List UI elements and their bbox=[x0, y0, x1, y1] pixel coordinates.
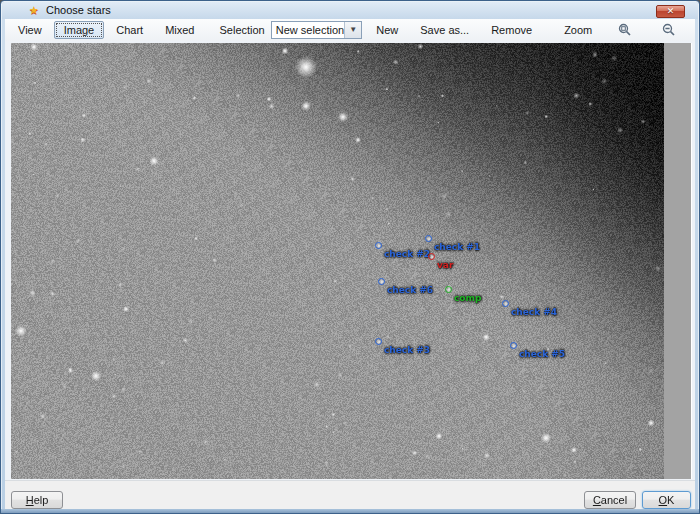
star-image-viewport[interactable]: check #1check #2varcheck #6compcheck #4c… bbox=[11, 43, 664, 479]
zoom-out-button[interactable] bbox=[657, 20, 681, 40]
bottom-bar: Help Cancel OK bbox=[5, 480, 695, 511]
chart-button[interactable]: Chart bbox=[106, 21, 153, 39]
marker-ring-icon bbox=[425, 235, 432, 242]
zoom-fit-icon bbox=[618, 23, 632, 37]
cancel-button[interactable]: Cancel bbox=[584, 491, 636, 509]
marker-label: check #5 bbox=[519, 349, 565, 359]
image-panel: check #1check #2varcheck #6compcheck #4c… bbox=[5, 41, 695, 480]
marker-layer: check #1check #2varcheck #6compcheck #4c… bbox=[11, 43, 664, 479]
marker-ring-icon bbox=[445, 286, 452, 293]
selection-combobox[interactable]: New selection ▼ bbox=[271, 21, 362, 39]
selection-combobox-value: New selection bbox=[272, 24, 344, 36]
save-as-button[interactable]: Save as... bbox=[410, 21, 479, 39]
marker-ring-icon bbox=[510, 342, 517, 349]
marker-ring-icon bbox=[428, 253, 435, 260]
marker-ring-icon bbox=[378, 278, 385, 285]
image-area-gutter bbox=[664, 43, 692, 479]
marker-label: check #2 bbox=[384, 249, 430, 259]
marker-label: check #6 bbox=[387, 285, 433, 295]
window-title: Choose stars bbox=[46, 4, 111, 16]
marker-label: check #1 bbox=[434, 242, 480, 252]
marker-ring-icon bbox=[502, 300, 509, 307]
new-button[interactable]: New bbox=[366, 21, 408, 39]
window-frame-bottom bbox=[1, 509, 699, 513]
choose-stars-dialog: ★ Choose stars ✕ View Image Chart Mixed … bbox=[0, 0, 700, 514]
close-button[interactable]: ✕ bbox=[656, 5, 685, 18]
zoom-button[interactable]: Zoom bbox=[554, 21, 602, 39]
selection-label: Selection bbox=[215, 24, 270, 36]
marker-ring-icon bbox=[375, 338, 382, 345]
zoom-fit-button[interactable] bbox=[613, 20, 637, 40]
ok-button[interactable]: OK bbox=[642, 491, 691, 509]
mixed-button[interactable]: Mixed bbox=[155, 21, 204, 39]
marker-label: check #4 bbox=[511, 307, 557, 317]
combobox-dropdown-icon[interactable]: ▼ bbox=[344, 22, 361, 38]
help-button[interactable]: Help bbox=[11, 491, 63, 509]
close-icon: ✕ bbox=[667, 6, 675, 16]
toolbar: View Image Chart Mixed Selection New sel… bbox=[5, 19, 695, 41]
marker-label: check #3 bbox=[384, 345, 430, 355]
zoom-out-icon bbox=[662, 23, 676, 37]
app-star-icon: ★ bbox=[29, 4, 41, 16]
marker-label: var bbox=[437, 260, 453, 270]
view-button[interactable]: View bbox=[8, 21, 52, 39]
marker-ring-icon bbox=[375, 242, 382, 249]
titlebar[interactable]: ★ Choose stars ✕ bbox=[2, 2, 698, 19]
image-button[interactable]: Image bbox=[54, 21, 105, 39]
marker-label: comp bbox=[454, 293, 481, 303]
remove-button[interactable]: Remove bbox=[481, 21, 542, 39]
